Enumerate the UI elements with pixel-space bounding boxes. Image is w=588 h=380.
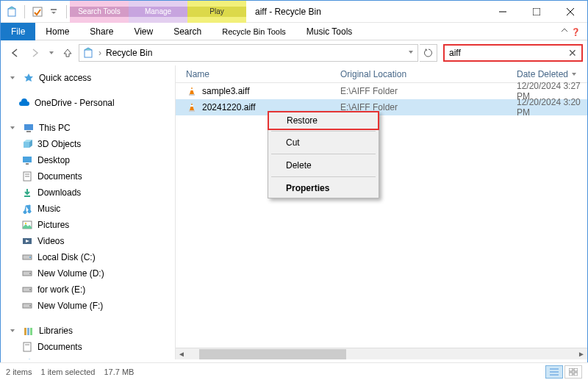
svg-rect-34 [190,89,193,90]
svg-rect-11 [23,157,32,162]
maximize-button[interactable] [520,1,553,23]
sidebar-item-label: Music [37,204,60,214]
context-group-label: Manage [129,7,187,17]
context-tab-search[interactable]: Search Tools [70,1,129,23]
file-row[interactable]: 20241220.aiffE:\AIFF Folder12/20/2024 3:… [176,99,587,115]
menu-delete[interactable]: Delete [268,156,379,175]
qat-dropdown-icon[interactable] [47,5,60,18]
titlebar: Search Tools Manage Play aiff - Recycle … [1,1,587,23]
sidebar-item[interactable]: Music [1,355,175,359]
column-name[interactable]: Name [176,69,330,79]
context-tab-manage[interactable]: Manage [129,1,187,23]
context-group-label: Play [187,7,246,17]
folder-icon [21,203,33,215]
svg-rect-7 [85,50,92,57]
recycle-bin-icon [82,47,94,59]
tab-search-tools[interactable]: Search [163,23,212,40]
sidebar-item[interactable]: Documents [1,168,175,184]
sidebar-onedrive[interactable]: OneDrive - Personal [1,95,175,111]
nav-up-button[interactable] [58,43,77,62]
ribbon-collapse-button[interactable]: ❓ [553,26,587,37]
menu-cut[interactable]: Cut [268,133,379,152]
sidebar-item-label: Local Disk (C:) [37,252,96,262]
breadcrumb[interactable]: Recycle Bin [106,48,152,58]
svg-point-27 [29,305,31,306]
sidebar-item[interactable]: for work (E:) [1,282,175,298]
folder-icon [21,300,33,312]
nav-history-dropdown[interactable] [46,43,57,62]
scroll-thumb[interactable] [199,349,346,359]
refresh-button[interactable] [420,44,437,62]
column-original-location[interactable]: Original Location [330,69,506,79]
menu-properties[interactable]: Properties [268,179,379,198]
sidebar-item[interactable]: Documents [1,339,175,355]
horizontal-scrollbar[interactable]: ◄ ► [176,348,587,359]
file-name: sample3.aiff [202,86,249,96]
thumbnails-view-button[interactable] [564,365,582,379]
sidebar-item-label: New Volume (F:) [37,301,103,311]
sidebar-item[interactable]: New Volume (D:) [1,265,175,282]
context-tab-play[interactable]: Play [187,1,246,23]
column-date-deleted[interactable]: Date Deleted [506,69,587,79]
sidebar-item[interactable]: Videos [1,233,175,249]
tab-view[interactable]: View [123,23,163,40]
svg-rect-28 [24,328,26,335]
sidebar-item-label: OneDrive - Personal [35,98,115,108]
tab-music-tools[interactable]: Music Tools [296,23,362,40]
svg-rect-8 [24,124,33,130]
sidebar-item-label: Documents [37,171,82,182]
sidebar-item[interactable]: New Volume (F:) [1,298,175,314]
sidebar-item[interactable]: Pictures [1,217,175,233]
svg-rect-29 [27,328,29,335]
sidebar-this-pc[interactable]: This PC [1,120,175,136]
svg-rect-10 [24,142,29,148]
audio-file-icon [186,85,198,97]
menu-restore[interactable]: Restore [268,111,379,130]
tab-home[interactable]: Home [35,23,79,40]
sidebar-item[interactable]: Desktop [1,152,175,168]
status-size: 17.7 MB [104,368,134,376]
svg-rect-43 [574,373,578,376]
details-view-button[interactable] [545,365,563,379]
chevron-down-icon [7,325,18,337]
svg-point-18 [25,223,26,224]
nav-row: › Recycle Bin ✕ [1,40,587,65]
sidebar-item-label: Quick access [39,73,91,83]
svg-rect-40 [569,368,573,371]
file-name: 20241220.aiff [202,102,256,112]
nav-forward-button[interactable] [26,43,45,62]
tab-share[interactable]: Share [79,23,123,40]
sidebar-quick-access[interactable]: Quick access [1,70,175,86]
sidebar-item[interactable]: Downloads [1,184,175,201]
sidebar-item[interactable]: 3D Objects [1,136,175,152]
file-date-deleted: 12/20/2024 3:20 PM [506,97,587,118]
address-bar[interactable]: › Recycle Bin [79,44,418,62]
tab-file[interactable]: File [1,23,35,40]
sidebar-libraries[interactable]: Libraries [1,323,175,339]
nav-back-button[interactable] [5,43,24,62]
search-box[interactable]: ✕ [443,44,583,62]
folder-icon [21,219,33,231]
scroll-left-arrow[interactable]: ◄ [176,348,187,360]
folder-icon [21,171,33,182]
chevron-down-icon [7,122,18,134]
tab-recycle-bin-tools[interactable]: Recycle Bin Tools [212,23,296,40]
address-dropdown[interactable] [407,48,415,58]
sidebar-item[interactable]: Local Disk (C:) [1,249,175,265]
close-button[interactable] [553,1,587,23]
minimize-button[interactable] [486,1,520,23]
chevron-down-icon [7,72,18,84]
sidebar-item-label: 3D Objects [37,139,81,149]
folder-icon [21,251,33,263]
properties-icon[interactable] [31,5,44,18]
window-title: aiff - Recycle Bin [246,7,486,17]
search-input[interactable] [449,48,568,58]
scroll-right-arrow[interactable]: ► [576,348,587,360]
sidebar-item-label: for work (E:) [37,284,85,295]
status-bar: 2 items 1 item selected 17.7 MB [0,362,588,380]
navigation-pane: Quick access OneDrive - Personal This PC… [1,65,176,359]
folder-icon [21,341,33,353]
svg-rect-0 [8,9,15,16]
clear-search-button[interactable]: ✕ [568,47,577,59]
sidebar-item[interactable]: Music [1,201,175,217]
